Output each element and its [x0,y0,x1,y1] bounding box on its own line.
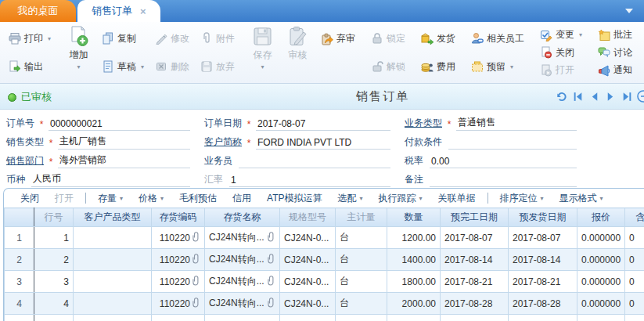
paperclip-icon[interactable] [192,276,200,288]
grid-cell[interactable] [441,315,509,321]
field-value[interactable]: FORD INDIA PVT LTD [256,137,390,150]
grid-cell[interactable]: 0.000000 [577,249,625,271]
unlock-button[interactable]: 解锁 [368,59,408,75]
grid-cell[interactable] [74,271,152,293]
sort-locate-button[interactable]: 排序定位▾ [493,190,551,207]
row-index-cell[interactable]: 2 [5,249,34,271]
grid-cell[interactable]: CJ24N-0... [280,293,336,315]
related-staff-button[interactable]: 相关员工 [468,31,527,47]
grid-cell[interactable]: 2 [34,249,74,271]
profit-estimate-button[interactable]: 毛利预估 [172,190,224,207]
grid-column-header[interactable]: 数量 [387,208,441,227]
grid-cell[interactable] [74,293,152,315]
field-value[interactable] [239,157,390,168]
grid-cell[interactable]: 0.000000 [577,227,625,249]
grid-cell[interactable]: 1200.00 [387,227,441,249]
field-value[interactable] [448,138,577,150]
grid-cell[interactable]: CJ24N-0... [280,271,336,293]
close-order-button[interactable]: 关闭 [537,45,585,61]
discuss-button[interactable]: 讨论 [595,45,635,61]
paperclip-icon[interactable] [268,232,275,244]
grid-column-header[interactable]: 客户产品类型 [74,208,152,227]
save-button[interactable]: 保存▾ [247,24,278,81]
paperclip-icon[interactable] [192,298,200,310]
atp-simulation-button[interactable]: ATP模拟运算 [260,190,329,207]
attach-button[interactable]: 附件 [197,31,238,47]
grid-cell[interactable]: 2017-08-28 [509,293,577,315]
grid-cell[interactable] [625,315,644,321]
stock-button[interactable]: 存量▾ [91,190,130,207]
field-value[interactable]: 主机厂销售 [58,135,190,150]
paperclip-icon[interactable] [192,254,200,266]
grid-cell[interactable]: 2017-08-21 [509,271,577,293]
notify-button[interactable]: 通知 [595,62,635,78]
change-button[interactable]: 变更▾ [537,27,585,43]
grid-column-header[interactable]: 含 [625,208,644,227]
grid-cell[interactable]: 台 [336,293,387,315]
line-open-button[interactable]: 打开 [48,190,81,207]
grid-cell[interactable]: 1 [34,227,74,249]
grid-cell[interactable]: 2017-08-14 [441,249,509,271]
field-value[interactable]: 普通销售 [456,116,577,131]
grid-cell[interactable] [34,315,74,321]
audit-button[interactable]: 审核 [282,24,313,81]
previous-record-icon[interactable] [587,89,601,103]
grid-cell[interactable]: 1800.00 [387,271,441,293]
field-value[interactable]: 0.00 [430,156,577,168]
print-button[interactable]: 打印▾ [5,31,54,47]
grid-cell[interactable] [387,315,441,321]
tab-close-icon[interactable]: × [140,5,146,17]
row-index-cell[interactable]: 3 [5,271,34,293]
grid-cell[interactable]: 台 [336,227,387,249]
field-label-link[interactable]: 销售部门 [6,154,44,168]
grid-cell[interactable] [74,227,152,249]
grid-column-header[interactable]: 预完工日期 [441,208,509,227]
grid-cell[interactable]: 3 [34,271,74,293]
lock-button[interactable]: 锁定 [368,31,408,47]
grid-column-header[interactable]: 规格型号 [280,208,336,227]
unaudit-button[interactable]: 弃审 [318,31,358,47]
export-button[interactable]: 输出 [5,59,54,75]
grid-cell[interactable]: 0.000000 [577,293,625,315]
paperclip-icon[interactable] [268,254,275,266]
draft-button[interactable]: 草稿▾ [99,59,147,75]
grid-cell[interactable]: CJ24N转向... [205,293,280,315]
credit-button[interactable]: 信用 [225,190,258,207]
delete-button[interactable]: 删除 [152,59,192,75]
grid-corner-cell[interactable] [5,208,34,227]
grid-cell[interactable]: 0 [625,249,644,271]
grid-column-header[interactable]: 报价 [577,208,625,227]
row-index-cell[interactable]: 4 [5,293,34,315]
line-close-button[interactable]: 关闭 [13,190,46,207]
field-value[interactable]: 2017-08-07 [256,118,390,131]
last-record-icon[interactable] [620,89,634,103]
price-button[interactable]: 价格▾ [131,190,171,207]
grid-cell[interactable]: 1400.00 [387,249,441,271]
tab-sales-order[interactable]: 销售订单 × [77,0,160,22]
related-docs-button[interactable]: 关联单据 [431,190,483,207]
grid-cell[interactable]: CJ24N转向... [205,249,280,271]
grid-cell[interactable]: 0.000000 [577,271,625,293]
grid-cell[interactable]: 110220 [152,271,205,293]
grid-cell[interactable]: 台 [336,271,387,293]
paperclip-icon[interactable] [268,276,275,288]
grid-cell[interactable]: 2017-08-28 [441,293,509,315]
field-value[interactable]: 海外营销部 [58,153,190,168]
row-index-cell[interactable]: 1 [5,227,34,249]
grid-cell[interactable]: 2000.00 [387,293,441,315]
grid-cell[interactable]: 台 [336,249,387,271]
field-label-link[interactable]: 业务类型 [405,117,442,131]
grid-cell[interactable]: CJ24N转向... [205,227,280,249]
paperclip-icon[interactable] [268,298,275,310]
row-index-cell[interactable]: 5 [5,315,34,321]
grid-cell[interactable] [205,315,280,321]
locate-record-icon[interactable] [636,89,644,103]
grid-cell[interactable]: 110220 [152,293,205,315]
next-record-icon[interactable] [603,89,617,103]
grid-column-header[interactable]: 存货编码 [152,208,205,227]
field-value[interactable]: 1 [229,175,390,187]
annotate-button[interactable]: 批注 [595,27,635,43]
grid-column-header[interactable]: 行号 [34,208,74,227]
grid-cell[interactable]: 4 [34,293,74,315]
grid-column-header[interactable]: 主计量 [336,208,387,227]
